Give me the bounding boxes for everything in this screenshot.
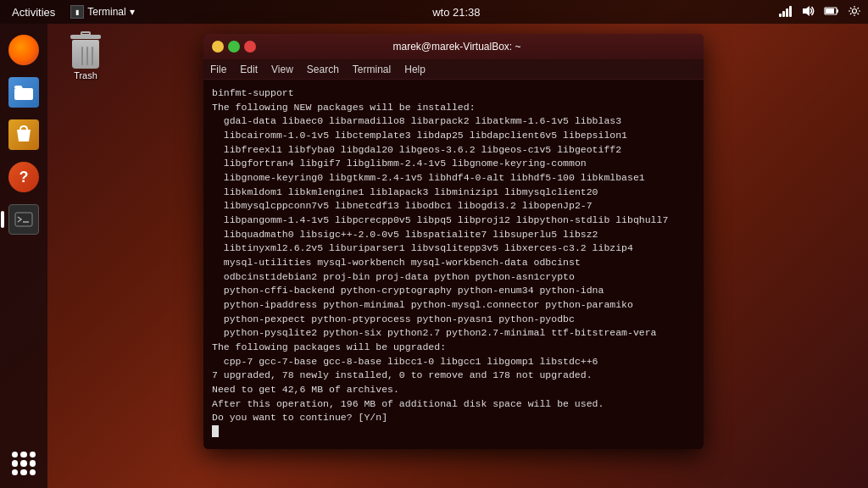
sidebar-item-store[interactable] — [6, 117, 42, 152]
network-icon[interactable] — [778, 5, 793, 19]
terminal-menubar: File Edit View Search Terminal Help — [203, 59, 704, 80]
menu-search[interactable]: Search — [307, 64, 339, 75]
sidebar-item-firefox[interactable] — [6, 32, 42, 68]
terminal-text: binfmt-support The following NEW package… — [212, 86, 695, 425]
svg-rect-6 — [837, 9, 838, 13]
volume-icon[interactable] — [802, 5, 815, 19]
clock[interactable]: wto 21:38 — [432, 6, 480, 19]
firefox-icon — [8, 35, 39, 65]
system-menu-icon[interactable] — [848, 5, 861, 19]
menu-view[interactable]: View — [271, 64, 293, 75]
activities-button[interactable]: Activities — [7, 4, 60, 20]
trash-icon — [68, 30, 103, 69]
svg-rect-9 — [14, 88, 33, 100]
terminal-title: marek@marek-VirtualBox: ~ — [256, 41, 658, 53]
menu-help[interactable]: Help — [404, 64, 426, 75]
sidebar-item-help[interactable]: ? — [6, 159, 42, 195]
system-tray — [778, 5, 861, 19]
svg-rect-0 — [779, 14, 782, 17]
battery-icon[interactable] — [824, 5, 839, 19]
terminal-output[interactable]: binfmt-support The following NEW package… — [203, 80, 704, 449]
help-icon: ? — [8, 162, 39, 192]
close-button[interactable] — [244, 41, 256, 53]
svg-rect-1 — [782, 11, 785, 17]
trash-desktop-icon[interactable]: Trash — [68, 30, 103, 80]
terminal-titlebar: marek@marek-VirtualBox: ~ — [203, 34, 704, 59]
menu-terminal[interactable]: Terminal — [353, 64, 391, 75]
trash-label: Trash — [74, 70, 97, 80]
sidebar-item-terminal[interactable] — [6, 202, 42, 237]
svg-marker-4 — [803, 6, 810, 16]
sidebar-dock: ? — [0, 24, 47, 488]
svg-point-8 — [853, 8, 857, 13]
maximize-button[interactable] — [228, 41, 240, 53]
terminal-dock-icon — [8, 204, 39, 235]
sidebar-item-apps[interactable] — [6, 446, 42, 481]
apps-grid-icon — [8, 448, 39, 479]
svg-rect-7 — [826, 8, 834, 14]
terminal-taskbar-label: Terminal — [87, 6, 125, 18]
desktop: Activities ▮ Terminal ▾ wto 21:38 — [0, 0, 868, 488]
sidebar-item-files[interactable] — [6, 75, 42, 110]
svg-rect-3 — [789, 6, 792, 17]
terminal-taskbar-icon: ▮ — [70, 5, 84, 19]
minimize-button[interactable] — [212, 41, 224, 53]
terminal-taskbar-item[interactable]: ▮ Terminal ▾ — [70, 5, 134, 19]
menu-edit[interactable]: Edit — [240, 64, 258, 75]
terminal-cursor — [212, 425, 219, 437]
svg-rect-2 — [786, 8, 788, 17]
terminal-taskbar-arrow: ▾ — [130, 6, 135, 18]
terminal-window: marek@marek-VirtualBox: ~ File Edit View… — [203, 34, 704, 449]
files-icon — [8, 77, 39, 108]
svg-rect-10 — [15, 213, 32, 226]
store-icon — [8, 119, 39, 150]
topbar: Activities ▮ Terminal ▾ wto 21:38 — [0, 0, 868, 24]
menu-file[interactable]: File — [210, 64, 226, 75]
window-controls — [212, 41, 256, 53]
